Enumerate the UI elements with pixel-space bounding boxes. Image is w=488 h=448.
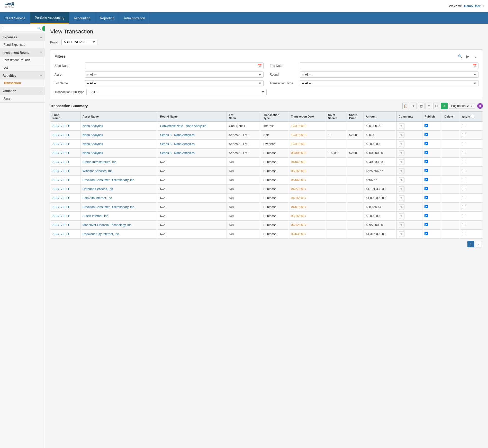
comment-edit-button[interactable]: ✎ <box>399 159 404 165</box>
lot-name-select[interactable]: -- All -- <box>85 80 264 86</box>
sidebar-section-expenses-header[interactable]: Expenses − <box>0 33 45 41</box>
start-date-calendar-icon[interactable]: 📅 <box>256 63 263 69</box>
cell-fund-name: ABC IV B LP <box>50 149 80 158</box>
comment-edit-button[interactable]: ✎ <box>399 141 404 147</box>
excel-button[interactable]: X <box>441 103 448 109</box>
filters-expand-button[interactable]: ⌄ <box>472 53 478 59</box>
publish-checkbox[interactable] <box>424 124 428 127</box>
delete-button[interactable]: 🗑 <box>418 103 424 109</box>
select-all-checkbox[interactable] <box>471 115 474 118</box>
cell-delete <box>442 131 460 140</box>
copy-button[interactable]: 📋 <box>402 103 409 109</box>
row-select-checkbox[interactable] <box>462 151 465 154</box>
nav-accounting[interactable]: Accounting <box>69 12 95 24</box>
cell-transaction-date: 03/16/2017 <box>289 212 326 221</box>
comment-edit-button[interactable]: ✎ <box>399 186 404 192</box>
publish-checkbox[interactable] <box>424 187 428 190</box>
fund-row: Fund ABC Fund IV - B ABC Fund IV - A <box>50 39 483 45</box>
row-select-checkbox[interactable] <box>462 178 465 181</box>
comment-edit-button[interactable]: ✎ <box>399 177 404 183</box>
cell-transaction-date: 04/04/2018 <box>289 158 326 167</box>
comment-edit-button[interactable]: ✎ <box>399 222 404 228</box>
sidebar-item-lot[interactable]: Lot <box>0 64 45 71</box>
sidebar-item-transaction[interactable]: Transaction <box>0 79 45 87</box>
comment-edit-button[interactable]: ✎ <box>399 168 404 174</box>
asset-select[interactable]: -- All -- <box>85 71 264 78</box>
sidebar-item-fund-expenses[interactable]: Fund Expenses <box>0 41 45 49</box>
publish-checkbox[interactable] <box>424 223 428 226</box>
cell-transaction-date: 12/31/2019 <box>289 122 326 131</box>
row-select-checkbox[interactable] <box>462 187 465 190</box>
transaction-sub-type-select[interactable]: -- All -- <box>86 89 266 95</box>
comment-edit-button[interactable]: ✎ <box>399 195 404 201</box>
round-select[interactable]: -- All -- <box>300 71 479 78</box>
export-button[interactable]: ⇧ <box>426 103 432 109</box>
comment-edit-button[interactable]: ✎ <box>399 231 404 237</box>
row-select-checkbox[interactable] <box>462 223 465 226</box>
nav-administration[interactable]: Administration <box>119 12 150 24</box>
sidebar-section-expenses: Expenses − Fund Expenses <box>0 33 45 49</box>
row-select-checkbox[interactable] <box>462 205 465 208</box>
notification-badge[interactable]: 0 <box>477 103 483 109</box>
valuation-label: Valuation <box>3 89 16 93</box>
fund-select[interactable]: ABC Fund IV - B ABC Fund IV - A <box>61 39 97 45</box>
valuation-collapse-icon: − <box>40 89 42 93</box>
transaction-sub-type-label: Transaction Sub Type <box>55 90 84 94</box>
sidebar-section-investment-round-header[interactable]: Investment Round − <box>0 49 45 57</box>
row-select-checkbox[interactable] <box>462 214 465 217</box>
start-date-input[interactable] <box>85 63 256 69</box>
nav-client-service[interactable]: Client Service <box>0 12 30 24</box>
row-select-checkbox[interactable] <box>462 232 465 235</box>
publish-checkbox[interactable] <box>424 214 428 217</box>
sidebar-search-input[interactable] <box>2 26 43 31</box>
comment-edit-button[interactable]: ✎ <box>399 132 404 138</box>
nav-portfolio-accounting[interactable]: Portfolio Accounting <box>30 12 69 24</box>
row-select-checkbox[interactable] <box>462 124 465 127</box>
comment-edit-button[interactable]: ✎ <box>399 204 404 210</box>
expenses-label: Expenses <box>3 35 17 39</box>
publish-checkbox[interactable] <box>424 196 428 199</box>
row-select-checkbox[interactable] <box>462 196 465 199</box>
pagination-button[interactable]: Pagination ✓ ⌄ <box>449 103 475 109</box>
cell-round-name: N/A <box>158 176 227 185</box>
publish-checkbox[interactable] <box>424 133 428 136</box>
publish-checkbox[interactable] <box>424 232 428 235</box>
page-2-button[interactable]: 2 <box>475 241 482 247</box>
comment-edit-button[interactable]: ✎ <box>399 123 404 129</box>
cell-amount: $1,101,333.33 <box>364 185 396 194</box>
publish-checkbox[interactable] <box>424 142 428 145</box>
filters-cursor-button[interactable]: ▶ <box>465 53 471 59</box>
comment-edit-button[interactable]: ✎ <box>399 213 404 219</box>
row-select-checkbox[interactable] <box>462 133 465 136</box>
row-select-checkbox[interactable] <box>462 142 465 145</box>
row-select-checkbox[interactable] <box>462 160 465 163</box>
filters-search-button[interactable]: 🔍 <box>457 53 463 59</box>
publish-checkbox[interactable] <box>424 169 428 172</box>
transaction-type-select[interactable]: -- All -- <box>300 80 479 86</box>
user-name[interactable]: Demo User <box>464 4 480 8</box>
sidebar-section-activities-header[interactable]: Activities − <box>0 72 45 79</box>
table-row: ABC IV B LP Moonriver Financial Technolo… <box>50 221 483 230</box>
comment-edit-button[interactable]: ✎ <box>399 150 404 156</box>
publish-checkbox[interactable] <box>424 205 428 208</box>
add-button[interactable]: + <box>410 103 417 109</box>
row-select-checkbox[interactable] <box>462 169 465 172</box>
publish-checkbox[interactable] <box>424 178 428 181</box>
start-date-row: Start Date 📅 <box>55 62 264 69</box>
start-date-label: Start Date <box>55 64 83 68</box>
cell-asset-name: Windsor Services, Inc. <box>80 167 158 176</box>
publish-checkbox[interactable] <box>424 151 428 154</box>
nav-reporting[interactable]: Reporting <box>95 12 119 24</box>
import-button[interactable]: ☐ <box>433 103 440 109</box>
sidebar: ‹ 🔍 Expenses − Fund Expenses Investment … <box>0 24 45 448</box>
end-date-input[interactable] <box>300 63 471 69</box>
sidebar-item-investment-rounds[interactable]: Investment Rounds <box>0 57 45 64</box>
sidebar-item-asset[interactable]: Asset <box>0 95 45 102</box>
publish-checkbox[interactable] <box>424 160 428 163</box>
investment-round-collapse-icon: − <box>40 51 42 55</box>
end-date-calendar-icon[interactable]: 📅 <box>471 63 478 69</box>
filters-title: Filters <box>55 54 65 58</box>
sidebar-section-valuation-header[interactable]: Valuation − <box>0 87 45 95</box>
page-1-button[interactable]: 1 <box>467 241 474 247</box>
table-row: ABC IV B LP Brockton Consumer Discretion… <box>50 203 483 212</box>
